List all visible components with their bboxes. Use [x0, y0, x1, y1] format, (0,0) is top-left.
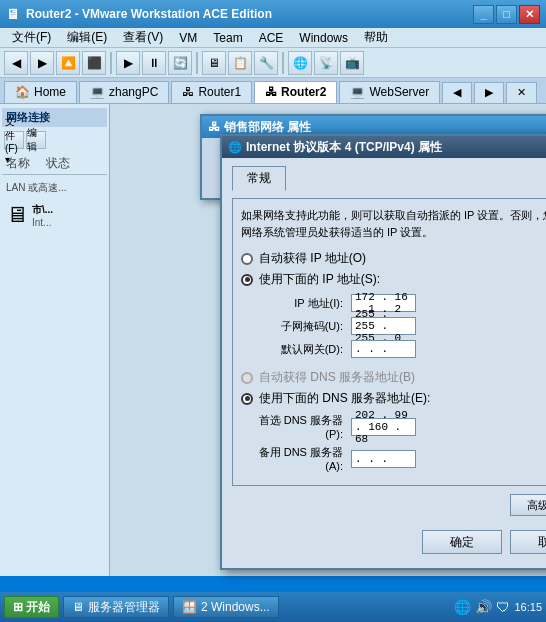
- toolbar-sep-1: [110, 52, 112, 74]
- ip-radio-group: 自动获得 IP 地址(O) 使用下面的 IP 地址(S):: [241, 250, 546, 288]
- toolbar-btn-2[interactable]: ▶: [30, 51, 54, 75]
- main-area: 网络连接 文件(F) ▾ 编辑 名称 状态 LAN 或高速... 🖥 市\...…: [0, 104, 546, 576]
- toolbar-btn-12[interactable]: 📡: [314, 51, 338, 75]
- preferred-dns-row: 首选 DNS 服务器(P): 202 . 99 . 160 . 68: [241, 413, 546, 440]
- preferred-dns-input[interactable]: 202 . 99 . 160 . 68: [351, 418, 416, 436]
- tab-home-label: Home: [34, 85, 66, 99]
- tab-router2[interactable]: 🖧 Router2: [254, 81, 337, 103]
- toolbar-btn-3[interactable]: 🔼: [56, 51, 80, 75]
- taskbar-tray: 🌐 🔊 🛡 16:15: [454, 599, 542, 615]
- network-subtext: Int...: [32, 217, 53, 228]
- gateway-input[interactable]: . . .: [351, 340, 416, 358]
- manual-dns-row: 使用下面的 DNS 服务器地址(E):: [241, 390, 546, 407]
- toolbar-btn-5[interactable]: ▶: [116, 51, 140, 75]
- start-windows-icon: ⊞: [13, 600, 23, 614]
- ok-button[interactable]: 确定: [422, 530, 502, 554]
- auto-dns-radio[interactable]: [241, 372, 253, 384]
- auto-ip-row: 自动获得 IP 地址(O): [241, 250, 546, 267]
- taskbar-item-windows[interactable]: 🪟 2 Windows...: [173, 596, 279, 618]
- start-button[interactable]: ⊞ 开始: [4, 596, 59, 618]
- menu-view[interactable]: 查看(V): [115, 27, 171, 48]
- menu-file[interactable]: 文件(F): [4, 27, 59, 48]
- auto-dns-row: 自动获得 DNS 服务器地址(B): [241, 369, 546, 386]
- tab-bar: 🏠 Home 💻 zhangPC 🖧 Router1 🖧 Router2 💻 W…: [0, 78, 546, 104]
- tcp-tab-content: 如果网络支持此功能，则可以获取自动指派的 IP 设置。否则，您需要从网络系统管理…: [232, 198, 546, 486]
- tcp-tab-general[interactable]: 常规: [232, 166, 286, 191]
- network-item-lan[interactable]: 🖥 市\... Int...: [2, 199, 107, 231]
- sidebar-toolbar: 文件(F) ▾ 编辑: [2, 131, 107, 149]
- network-icon: 🖥: [6, 202, 28, 228]
- dns-radio-group: 自动获得 DNS 服务器地址(B) 使用下面的 DNS 服务器地址(E):: [241, 369, 546, 407]
- toolbar-btn-1[interactable]: ◀: [4, 51, 28, 75]
- dialog-tcp: 🌐 Internet 协议版本 4 (TCP/IPv4) 属性 ? ✕ 常规 如…: [220, 134, 546, 570]
- tab-next[interactable]: ▶: [474, 82, 504, 103]
- sidebar-file-menu[interactable]: 文件(F) ▾: [4, 131, 24, 149]
- dialog-sales-icon: 🖧: [208, 120, 220, 134]
- zhangpc-icon: 💻: [90, 85, 105, 99]
- auto-ip-radio[interactable]: [241, 253, 253, 265]
- tcp-dialog-buttons: 确定 取消: [232, 524, 546, 560]
- manual-dns-radio[interactable]: [241, 393, 253, 405]
- sidebar-edit-menu[interactable]: 编辑: [26, 131, 46, 149]
- subnet-field-row: 子网掩码(U): 255 . 255 . 255 . 0: [241, 317, 546, 335]
- col-name: 名称: [6, 155, 46, 172]
- subnet-label: 子网掩码(U):: [241, 319, 351, 334]
- menu-vm[interactable]: VM: [171, 29, 205, 47]
- security-tray-icon: 🛡: [496, 599, 510, 615]
- menu-help[interactable]: 帮助: [356, 27, 396, 48]
- dialog-tcp-title: Internet 协议版本 4 (TCP/IPv4) 属性: [246, 139, 546, 156]
- windows-label: 2 Windows...: [201, 600, 270, 614]
- menu-team[interactable]: Team: [205, 29, 250, 47]
- taskbar-item-servermgr[interactable]: 🖥 服务器管理器: [63, 596, 169, 618]
- advanced-button[interactable]: 高级(V)...: [510, 494, 546, 516]
- toolbar-btn-8[interactable]: 🖥: [202, 51, 226, 75]
- auto-ip-label: 自动获得 IP 地址(O): [259, 250, 366, 267]
- sidebar: 网络连接 文件(F) ▾ 编辑 名称 状态 LAN 或高速... 🖥 市\...…: [0, 104, 110, 576]
- toolbar-btn-10[interactable]: 🔧: [254, 51, 278, 75]
- tcp-content: 常规 如果网络支持此功能，则可以获取自动指派的 IP 设置。否则，您需要从网络系…: [222, 158, 546, 568]
- webserver-icon: 💻: [350, 85, 365, 99]
- tab-home[interactable]: 🏠 Home: [4, 81, 77, 103]
- servermgr-icon: 🖥: [72, 600, 84, 614]
- menu-ace[interactable]: ACE: [251, 29, 292, 47]
- start-label: 开始: [26, 599, 50, 616]
- tab-router1-label: Router1: [198, 85, 241, 99]
- tab-close[interactable]: ✕: [506, 82, 537, 103]
- tab-prev[interactable]: ◀: [442, 82, 472, 103]
- gateway-label: 默认网关(D):: [241, 342, 351, 357]
- gateway-field-row: 默认网关(D): . . .: [241, 340, 546, 358]
- toolbar-btn-6[interactable]: ⏸: [142, 51, 166, 75]
- dialog-sales-title: 销售部网络 属性: [224, 119, 546, 136]
- menu-bar: 文件(F) 编辑(E) 查看(V) VM Team ACE Windows 帮助: [0, 28, 546, 48]
- content-area: 🖧 销售部网络 属性 ✕ 🌐 Internet 协议版本 4 (TCP/IPv4…: [110, 104, 546, 576]
- subnet-input[interactable]: 255 . 255 . 255 . 0: [351, 317, 416, 335]
- toolbar-btn-4[interactable]: ⬛: [82, 51, 106, 75]
- manual-ip-radio[interactable]: [241, 274, 253, 286]
- app-icon: 🖥: [6, 6, 20, 22]
- menu-edit[interactable]: 编辑(E): [59, 27, 115, 48]
- menu-windows[interactable]: Windows: [291, 29, 356, 47]
- tcp-info-text: 如果网络支持此功能，则可以获取自动指派的 IP 设置。否则，您需要从网络系统管理…: [241, 207, 546, 240]
- tab-webserver-label: WebServer: [369, 85, 429, 99]
- toolbar-btn-11[interactable]: 🌐: [288, 51, 312, 75]
- auto-dns-label: 自动获得 DNS 服务器地址(B): [259, 369, 415, 386]
- maximize-button[interactable]: □: [496, 5, 517, 24]
- tab-router1[interactable]: 🖧 Router1: [171, 81, 252, 103]
- toolbar-btn-13[interactable]: 📺: [340, 51, 364, 75]
- minimize-button[interactable]: _: [473, 5, 494, 24]
- tab-webserver[interactable]: 💻 WebServer: [339, 81, 440, 103]
- alternate-dns-input[interactable]: . . .: [351, 450, 416, 468]
- toolbar-btn-9[interactable]: 📋: [228, 51, 252, 75]
- taskbar: ⊞ 开始 🖥 服务器管理器 🪟 2 Windows... 🌐 🔊 🛡 16:15: [0, 592, 546, 622]
- sidebar-type-label: LAN 或高速...: [2, 179, 107, 197]
- ip-label: IP 地址(I):: [241, 296, 351, 311]
- toolbar-btn-7[interactable]: 🔄: [168, 51, 192, 75]
- home-icon: 🏠: [15, 85, 30, 99]
- tab-zhangpc[interactable]: 💻 zhangPC: [79, 81, 169, 103]
- dns-radio-dot: [245, 396, 250, 401]
- sound-tray-icon: 🔊: [475, 599, 492, 615]
- close-button[interactable]: ✕: [519, 5, 540, 24]
- cancel-button[interactable]: 取消: [510, 530, 546, 554]
- preferred-dns-label: 首选 DNS 服务器(P):: [241, 413, 351, 440]
- col-status: 状态: [46, 155, 76, 172]
